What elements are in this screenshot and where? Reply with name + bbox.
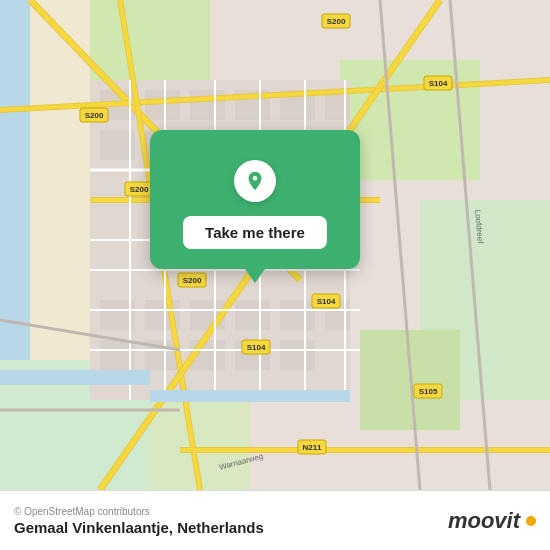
svg-rect-61 <box>150 390 350 402</box>
svg-rect-11 <box>145 90 180 120</box>
svg-text:S200: S200 <box>183 276 202 285</box>
map-popup: Take me there <box>150 130 360 269</box>
svg-rect-32 <box>280 340 315 370</box>
svg-text:S104: S104 <box>429 79 448 88</box>
svg-rect-12 <box>190 90 225 120</box>
moovit-logo: moovit <box>448 508 536 534</box>
svg-text:S104: S104 <box>317 297 336 306</box>
svg-text:S200: S200 <box>85 111 104 120</box>
svg-rect-26 <box>280 300 315 330</box>
location-pin-icon <box>234 160 276 202</box>
moovit-dot-icon <box>526 516 536 526</box>
footer-info: © OpenStreetMap contributors Gemaal Vink… <box>14 506 264 536</box>
svg-rect-60 <box>0 370 150 385</box>
copyright-text: © OpenStreetMap contributors <box>14 506 264 517</box>
svg-text:S200: S200 <box>130 185 149 194</box>
svg-text:N211: N211 <box>302 443 322 452</box>
svg-rect-25 <box>235 300 270 330</box>
svg-rect-3 <box>90 0 210 80</box>
map-container: S200 S200 S200 S200 S104 S104 S104 S105 … <box>0 0 550 490</box>
svg-text:S105: S105 <box>419 387 438 396</box>
moovit-brand-text: moovit <box>448 508 520 534</box>
svg-point-82 <box>253 176 258 181</box>
svg-text:S104: S104 <box>247 343 266 352</box>
svg-text:S200: S200 <box>327 17 346 26</box>
footer: © OpenStreetMap contributors Gemaal Vink… <box>0 490 550 550</box>
take-me-there-button[interactable]: Take me there <box>183 216 327 249</box>
location-title: Gemaal Vinkenlaantje, Netherlands <box>14 519 264 536</box>
